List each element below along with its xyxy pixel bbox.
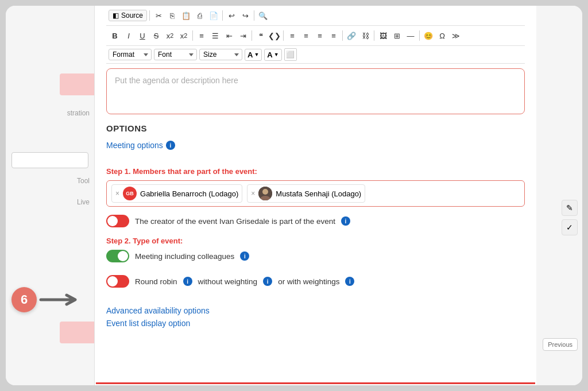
creator-info-icon[interactable]: i <box>341 216 350 226</box>
redo-button[interactable]: ↪ <box>239 9 252 22</box>
paste-text-button[interactable]: ⎙ <box>194 9 206 22</box>
remove-member1-button[interactable]: × <box>115 189 119 198</box>
sidebar-highlight-bottom <box>60 322 94 343</box>
align-justify-button[interactable]: ≡ <box>327 29 340 42</box>
round-robin-toggle[interactable] <box>106 275 129 288</box>
advanced-availability-link[interactable]: Advanced availability options <box>106 306 525 315</box>
main-container: stration Tool Live ✎ ✓ Previous ◧ Source… <box>6 6 582 385</box>
text-color-button[interactable]: A ▼ <box>245 49 262 61</box>
toolbar-row-format: B I U S x2 x2 ≡ ☰ ⇤ ⇥ ❝ ❮❯ ≡ ≡ ≡ ≡ 🔗 ⛓ 🖼… <box>106 26 525 46</box>
cut-button[interactable]: ✂ <box>152 9 165 22</box>
options-section: OPTIONS Meeting options i Step 1. Member… <box>106 123 525 334</box>
bold-button[interactable]: B <box>109 29 121 42</box>
unlink-button[interactable]: ⛓ <box>359 29 372 42</box>
paste-word-button[interactable]: 📄 <box>207 9 220 22</box>
right-icon-check[interactable]: ✓ <box>562 219 578 235</box>
remove-member2-button[interactable]: × <box>251 189 255 198</box>
round-robin-info-icon2[interactable]: i <box>263 277 272 286</box>
align-center-button[interactable]: ≡ <box>300 29 312 42</box>
hr-button[interactable]: — <box>404 29 417 42</box>
special-chars-button[interactable]: Ω <box>436 29 448 42</box>
left-sidebar: stration Tool Live <box>6 6 95 385</box>
toolbar-sep9 <box>419 30 420 41</box>
size-select[interactable]: Size <box>199 49 242 60</box>
table-button[interactable]: ⊞ <box>390 29 403 42</box>
member2-name: Mustafa Senhaji (Lodago) <box>276 189 361 198</box>
meeting-options-info-icon[interactable]: i <box>166 141 175 150</box>
event-list-display-link[interactable]: Event list display option <box>106 319 525 328</box>
pre-button[interactable]: ❮❯ <box>268 29 281 42</box>
bg-color-button[interactable]: A ▼ <box>264 49 281 61</box>
font-select[interactable]: Font <box>154 49 197 60</box>
round-robin-info-icon3[interactable]: i <box>345 277 354 286</box>
members-input[interactable]: × GB Gabriella Benarroch (Lodago) × <box>106 180 525 207</box>
creator-toggle-thumb <box>107 216 118 226</box>
sidebar-item-live[interactable]: Live <box>48 198 94 206</box>
editor-placeholder: Put the agenda or description here <box>115 76 238 85</box>
italic-button[interactable]: I <box>122 29 135 42</box>
main-content-area: ◧ Source ✂ ⎘ 📋 ⎙ 📄 ↩ ↪ 🔍 B I U S x2 x2 ≡… <box>95 6 536 385</box>
sidebar-item-registration[interactable]: stration <box>37 109 94 117</box>
right-sidebar: ✎ ✓ Previous <box>536 6 582 385</box>
step1-label: Step 1. Members that are part of the eve… <box>106 167 525 176</box>
format-select[interactable]: Format <box>109 49 152 60</box>
sidebar-search-input[interactable] <box>11 152 88 168</box>
strikethrough-button[interactable]: S <box>150 29 163 42</box>
right-icon-edit[interactable]: ✎ <box>562 200 578 216</box>
toolbar-sep5 <box>252 30 252 41</box>
meeting-toggle-track <box>106 250 129 262</box>
meeting-toggle[interactable] <box>106 250 129 262</box>
align-left-button[interactable]: ≡ <box>286 29 299 42</box>
source-icon: ◧ <box>113 11 119 20</box>
link-button[interactable]: 🔗 <box>345 29 358 42</box>
toolbar-sep1 <box>149 10 150 21</box>
meeting-toggle-row: Meeting including colleagues i <box>106 250 525 262</box>
meeting-options-link[interactable]: Meeting options i <box>106 141 175 150</box>
subscript-button[interactable]: x2 <box>164 29 176 42</box>
insert-image-button[interactable]: ⬜ <box>284 48 297 61</box>
toolbar-sep7 <box>342 30 343 41</box>
creator-toggle-track <box>106 215 129 227</box>
paste-button[interactable]: 📋 <box>180 9 192 22</box>
toolbar-sep6 <box>283 30 284 41</box>
ol-button[interactable]: ≡ <box>195 29 208 42</box>
color-dropdown-arrow: ▼ <box>254 52 259 57</box>
toolbar-row1: ◧ Source ✂ ⎘ 📋 ⎙ 📄 ↩ ↪ 🔍 <box>106 6 525 26</box>
svg-point-1 <box>262 189 268 195</box>
member-tag-ms[interactable]: × Mustafa Senhaji (Lodago) <box>247 184 365 203</box>
copy-button[interactable]: ⎘ <box>166 9 179 22</box>
ul-button[interactable]: ☰ <box>209 29 222 42</box>
editor-area[interactable]: Put the agenda or description here <box>106 68 525 114</box>
meeting-info-icon[interactable]: i <box>240 251 249 261</box>
superscript-button[interactable]: x2 <box>177 29 190 42</box>
text-color-label: A <box>247 51 253 59</box>
toolbar-row2: Format Font Size A ▼ A ▼ ⬜ <box>106 46 525 64</box>
bg-color-label: A <box>267 51 272 59</box>
creator-toggle[interactable] <box>106 215 129 227</box>
step2-label: Step 2. Type of event: <box>106 237 525 245</box>
previous-button[interactable]: Previous <box>543 338 578 351</box>
toolbar-sep4 <box>192 30 193 41</box>
undo-button[interactable]: ↩ <box>225 9 238 22</box>
round-robin-info-icon1[interactable]: i <box>183 277 192 286</box>
sidebar-highlight-top <box>60 73 94 95</box>
indent-button[interactable]: ⇥ <box>237 29 249 42</box>
underline-button[interactable]: U <box>136 29 149 42</box>
member1-name: Gabriella Benarroch (Lodago) <box>140 189 238 198</box>
sidebar-item-tool[interactable]: Tool <box>48 177 94 185</box>
more-button[interactable]: ≫ <box>450 29 462 42</box>
find-button[interactable]: 🔍 <box>257 9 269 22</box>
blockquote-button[interactable]: ❝ <box>254 29 267 42</box>
source-button[interactable]: ◧ Source <box>109 10 147 21</box>
step-arrow <box>38 292 84 310</box>
emoji-button[interactable]: 😊 <box>422 29 435 42</box>
step2-section: Step 2. Type of event: Meeting including… <box>106 237 525 295</box>
bg-color-dropdown-arrow: ▼ <box>274 52 279 57</box>
outdent-button[interactable]: ⇤ <box>223 29 235 42</box>
align-right-button[interactable]: ≡ <box>314 29 326 42</box>
member-tag-gb[interactable]: × GB Gabriella Benarroch (Lodago) <box>111 184 242 203</box>
image-button[interactable]: 🖼 <box>377 29 389 42</box>
meeting-toggle-thumb <box>118 251 128 261</box>
text-color-indicator <box>96 382 535 384</box>
right-icon-group: ✎ ✓ <box>562 200 578 235</box>
